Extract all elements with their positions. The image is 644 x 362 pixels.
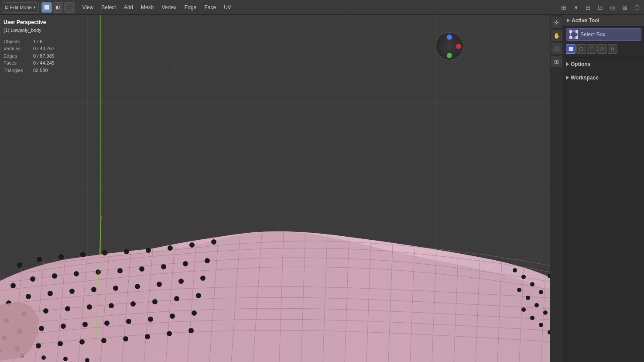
nav-neg-z-axis <box>447 53 452 58</box>
menu-add[interactable]: Add <box>120 2 137 13</box>
stats-triangles: Triangles 82,580 <box>3 67 55 74</box>
stats-objects: Objects 1 / 6 <box>3 38 55 45</box>
svg-point-57 <box>117 268 123 273</box>
vertices-value: 0 / 43,767 <box>33 45 55 52</box>
svg-point-47 <box>65 306 70 311</box>
svg-point-38 <box>58 254 64 259</box>
svg-point-52 <box>91 287 96 292</box>
menu-mesh[interactable]: Mesh <box>137 2 157 13</box>
stats-vertices: Vertices 0 / 43,767 <box>3 45 55 52</box>
svg-point-74 <box>189 242 195 248</box>
svg-point-75 <box>183 261 188 266</box>
menu-edge[interactable]: Edge <box>181 2 200 13</box>
svg-point-40 <box>48 291 53 296</box>
workspace-header[interactable]: Workspace <box>563 73 644 83</box>
svg-point-81 <box>205 258 210 263</box>
proportional-icon[interactable]: ◎ <box>607 2 618 13</box>
svg-point-54 <box>82 322 88 327</box>
snapping-icon[interactable]: ⊡ <box>595 2 606 13</box>
options-label: Options <box>571 61 590 67</box>
svg-point-44 <box>80 252 86 257</box>
svg-point-92 <box>534 303 539 307</box>
wireframe-toggle[interactable]: ⬜ <box>41 2 52 13</box>
nav-x-axis <box>456 44 461 49</box>
svg-point-49 <box>58 341 63 346</box>
gizmo-icon[interactable]: ⊟ <box>583 2 593 13</box>
svg-point-132 <box>41 355 46 360</box>
svg-point-88 <box>530 282 534 286</box>
svg-point-60 <box>104 321 110 326</box>
svg-point-68 <box>168 245 173 251</box>
properties-panel: Active Tool Select Box ⬜ ◯ ⌒ ⊞ ⊡ Options… <box>563 15 644 362</box>
menu-face[interactable]: Face <box>201 2 219 13</box>
viewport-3d[interactable]: User Perspective (1) Lowpoly_body Object… <box>0 15 563 362</box>
object-name-label: (1) Lowpoly_body <box>3 27 55 34</box>
svg-point-133 <box>63 357 68 361</box>
solid-toggle[interactable]: ◧ <box>53 2 63 13</box>
svg-point-28 <box>10 283 16 288</box>
svg-point-69 <box>161 264 166 269</box>
move-tool-btn[interactable]: ✋ <box>551 30 562 41</box>
svg-point-67 <box>123 336 128 341</box>
transform-icon[interactable]: ⊠ <box>620 2 630 13</box>
nav-z-axis <box>447 34 452 40</box>
objects-label: Objects <box>3 38 30 45</box>
workspace-label: Workspace <box>571 75 599 81</box>
svg-point-51 <box>96 269 101 275</box>
rendered-toggle[interactable]: ⬛ <box>64 2 75 13</box>
select-circle-icon-btn[interactable]: ◯ <box>576 44 586 54</box>
mesh-stats: Objects 1 / 6 Vertices 0 / 43,767 Edges … <box>3 38 55 74</box>
divider-1 <box>563 57 644 58</box>
pivot-icon[interactable]: ⬡ <box>632 2 642 13</box>
svg-point-84 <box>192 310 197 316</box>
svg-point-73 <box>145 334 150 339</box>
svg-point-39 <box>52 273 57 279</box>
svg-point-48 <box>61 324 66 329</box>
select-box-label: Select Box <box>580 31 605 38</box>
triangles-value: 82,580 <box>33 67 48 74</box>
svg-point-85 <box>188 328 194 333</box>
active-tool-header[interactable]: Active Tool <box>563 15 644 27</box>
grid-tool-btn[interactable]: ⊞ <box>551 56 562 67</box>
select-checker-icon-btn[interactable]: ⊞ <box>597 44 607 54</box>
svg-point-42 <box>39 326 44 331</box>
overlay-icon[interactable]: ⊞ <box>558 2 569 13</box>
viewport-navigator[interactable] <box>432 32 467 67</box>
select-inverse-icon-btn[interactable]: ⊡ <box>608 44 617 54</box>
vertices-label: Vertices <box>3 45 30 52</box>
svg-point-78 <box>170 314 175 319</box>
cursor-tool-btn[interactable]: ✛ <box>551 17 562 28</box>
svg-point-95 <box>530 316 534 320</box>
divider-2 <box>563 71 644 71</box>
svg-point-87 <box>521 275 526 279</box>
menu-view[interactable]: View <box>79 2 97 13</box>
svg-point-89 <box>539 290 543 294</box>
svg-point-72 <box>148 317 153 322</box>
mode-dropdown-icon: ▾ <box>34 5 36 10</box>
svg-point-45 <box>74 271 79 276</box>
mode-label: Edit Mode <box>10 5 32 10</box>
select-lasso-icon-btn[interactable]: ⌒ <box>587 44 596 54</box>
svg-point-71 <box>152 299 158 304</box>
nav-circle[interactable] <box>435 32 463 60</box>
view-perspective-label: User Perspective <box>3 18 55 27</box>
svg-point-46 <box>69 289 75 294</box>
menu-uv[interactable]: UV <box>220 2 235 13</box>
camera-tool-btn[interactable]: 🎥 <box>551 43 562 54</box>
svg-point-91 <box>526 296 530 300</box>
svg-point-64 <box>135 284 140 289</box>
shading-icon[interactable]: ▾ <box>571 2 581 13</box>
options-header[interactable]: Options <box>563 59 644 69</box>
svg-point-27 <box>17 262 22 268</box>
objects-value: 1 / 6 <box>33 38 42 45</box>
edit-mode-selector[interactable]: ⊡ Edit Mode ▾ <box>2 2 39 13</box>
menu-vertex[interactable]: Vertex <box>158 2 180 13</box>
svg-point-70 <box>157 282 162 287</box>
options-collapse-icon <box>566 62 569 66</box>
select-box-icon-btn[interactable]: ⬜ <box>566 44 575 54</box>
menu-select[interactable]: Select <box>98 2 119 13</box>
svg-point-58 <box>113 286 118 291</box>
svg-point-96 <box>539 323 543 327</box>
select-box-item[interactable]: Select Box <box>566 28 641 41</box>
svg-point-66 <box>126 319 131 324</box>
